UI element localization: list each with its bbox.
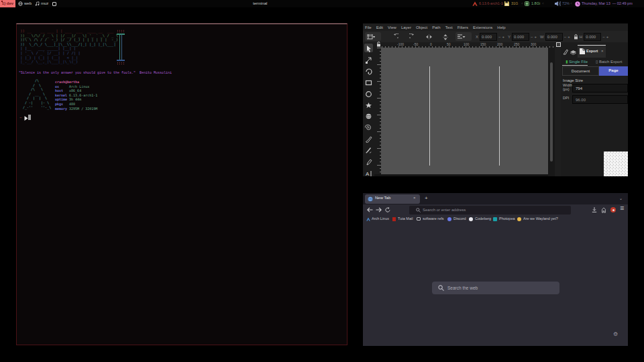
svg-text:A: A: [366, 171, 370, 176]
